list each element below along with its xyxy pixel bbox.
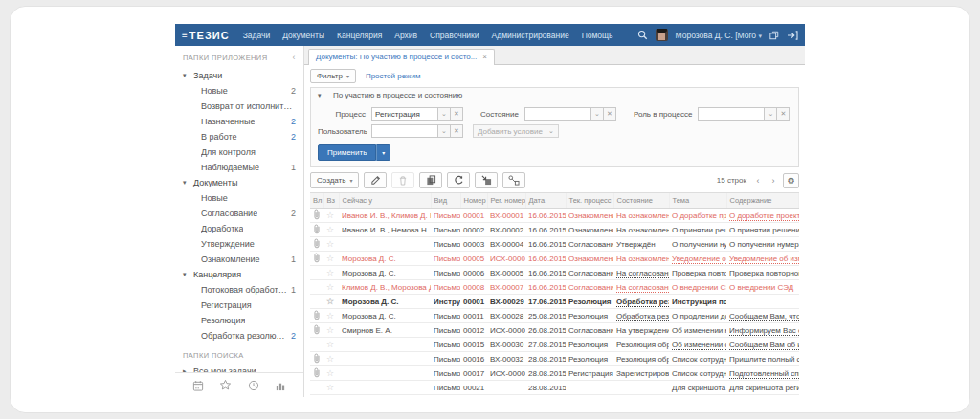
table-row[interactable]: ☆Письмо00015ВХ-0003027.08.2015РезолюцияР… <box>310 338 799 352</box>
table-row[interactable]: ☆Письмо00017ИСХ-0000528.08.2015Регистрац… <box>310 366 799 381</box>
table-row[interactable]: ☆Иванов И. В., Климов Д. В.Письмо00001ВХ… <box>310 209 799 223</box>
search-folder-item[interactable]: ▸Все мои задачи <box>175 364 303 372</box>
folder-item[interactable]: Доработка <box>175 221 303 236</box>
folder-item[interactable]: Ознакомление1 <box>175 252 303 267</box>
column-header-содержание[interactable]: Содержание <box>726 193 799 209</box>
favorite-star-icon[interactable]: ☆ <box>326 368 334 378</box>
state-dropdown-icon[interactable]: ⌄ <box>590 107 604 121</box>
folder-item[interactable]: В работе2 <box>175 129 303 144</box>
logout-icon[interactable] <box>787 31 798 40</box>
search-icon[interactable] <box>637 30 648 40</box>
column-header-рег-номер[interactable]: Рег. номер <box>487 193 525 209</box>
cell-text[interactable]: О доработке проекта по авт <box>729 211 799 220</box>
table-row[interactable]: ☆Письмо0002128.08.2015Для скриншота реги… <box>310 381 799 395</box>
prev-page-button[interactable]: ‹ <box>752 174 764 187</box>
favorite-star-icon[interactable]: ☆ <box>326 210 334 220</box>
process-dropdown-icon[interactable]: ⌄ <box>437 107 451 121</box>
simple-mode-link[interactable]: Простой режим <box>366 72 421 80</box>
next-page-button[interactable]: › <box>768 174 779 187</box>
cell-text[interactable]: Уведомление об изменении <box>729 254 799 263</box>
chart-icon[interactable] <box>275 380 286 391</box>
refresh-button[interactable] <box>447 172 470 188</box>
state-clear-icon[interactable]: ✕ <box>603 107 616 121</box>
process-input[interactable] <box>371 107 438 121</box>
create-button[interactable]: Создать ▾ <box>310 172 359 188</box>
filter-button[interactable]: Фильтр ▾ <box>310 69 356 83</box>
table-row[interactable]: ☆Письмо00016ВХ-0003228.08.2015РезолюцияР… <box>310 352 799 366</box>
user-avatar[interactable] <box>656 29 668 41</box>
column-header-вз[interactable]: Вз <box>323 193 339 209</box>
cell-text[interactable]: Сообщаем Вам, что отноше <box>729 312 799 320</box>
apply-dropdown-icon[interactable]: ▾ <box>376 144 390 161</box>
calendar-icon[interactable] <box>192 380 204 391</box>
table-row[interactable]: ☆Смирнов Е. А.Письмо00022ВХ-00005/128.08… <box>310 395 799 398</box>
column-header-дата[interactable]: Дата <box>525 193 566 209</box>
apply-button[interactable]: Применить <box>318 144 376 161</box>
column-header-тема[interactable]: Тема <box>669 193 726 209</box>
folder-item[interactable]: Новые2 <box>175 83 303 99</box>
favorite-star-icon[interactable]: ☆ <box>326 383 334 392</box>
new-window-icon[interactable] <box>769 31 779 40</box>
table-row[interactable]: ☆Климов Д. В., Морозова Д. (Письмо00008В… <box>310 280 799 295</box>
edit-button[interactable] <box>364 172 387 188</box>
role-input[interactable] <box>698 107 765 121</box>
favorite-star-icon[interactable]: ☆ <box>326 254 334 263</box>
column-header-состояние[interactable]: Состояние <box>613 193 669 209</box>
process-button[interactable] <box>502 172 525 188</box>
tab-documents-filter[interactable]: Документы: По участию в процессе и состо… <box>308 49 495 65</box>
folder-item[interactable]: Обработка резолюции2 <box>175 328 303 343</box>
favorite-star-icon[interactable]: ☆ <box>326 325 334 335</box>
cell-text[interactable]: Пришлите полный список со <box>729 355 799 364</box>
folder-group-3[interactable]: ▾Канцелярия <box>175 267 303 282</box>
table-settings-button[interactable]: ⚙ <box>783 173 799 188</box>
table-row[interactable]: ☆Морозова Д. С.Инструк00001ВХ-0002917.06… <box>310 295 799 309</box>
nav-item-6[interactable]: Администрирование <box>492 31 569 40</box>
cell-text[interactable]: Информируем Вас об измен <box>729 326 799 335</box>
column-header-номер[interactable]: Номер <box>460 193 487 209</box>
cell-text[interactable]: Уведомление об изме <box>672 254 726 263</box>
nav-item-5[interactable]: Справочники <box>430 31 479 40</box>
cell-text[interactable]: На согласовании : <box>616 269 669 277</box>
table-row[interactable]: ☆Письмо00003ВХ-0000416.06.2015Согласован… <box>310 237 799 252</box>
table-row[interactable]: ☆Морозова Д. С.Письмо00011ВХ-0002825.08.… <box>310 309 799 323</box>
column-header-вид[interactable]: Вид <box>431 193 460 209</box>
nav-item-3[interactable]: Канцелярия <box>337 31 382 40</box>
cell-text[interactable]: Сообщаем Вам об изменени <box>729 341 799 349</box>
tab-close-icon[interactable]: × <box>482 54 487 61</box>
nav-item-1[interactable]: Задачи <box>243 31 271 40</box>
add-condition-select[interactable]: Добавить условие ⌄ <box>473 124 559 138</box>
cell-text[interactable]: На согласовании · <box>616 283 669 292</box>
user-clear-icon[interactable]: ✕ <box>450 124 463 138</box>
cell-text[interactable]: Подготовленный список сотр <box>729 369 799 378</box>
role-dropdown-icon[interactable]: ⌄ <box>764 107 777 121</box>
folder-group-2[interactable]: ▾Документы <box>175 175 303 190</box>
folder-item[interactable]: Для контроля <box>175 144 303 160</box>
clock-icon[interactable] <box>248 380 259 391</box>
folder-item[interactable]: Новые <box>175 190 303 206</box>
nav-item-2[interactable]: Документы <box>282 31 324 40</box>
tezis-logo[interactable]: ≡ ТЕЗИС <box>182 30 230 41</box>
import-button[interactable] <box>475 172 498 188</box>
favorite-star-icon[interactable]: ☆ <box>326 239 334 249</box>
table-row[interactable]: ☆Морозова Д. С.Письмо00005ИСХ-0000116.06… <box>310 252 799 266</box>
sidebar-collapse-icon[interactable]: ‹ <box>293 53 296 62</box>
copy-button[interactable] <box>419 172 442 188</box>
favorite-star-icon[interactable]: ☆ <box>326 225 334 234</box>
role-clear-icon[interactable]: ✕ <box>776 107 790 121</box>
nav-item-7[interactable]: Помощь <box>582 31 613 40</box>
folder-item[interactable]: Наблюдаемые1 <box>175 160 303 175</box>
folder-item[interactable]: Утверждение <box>175 236 303 252</box>
process-clear-icon[interactable]: ✕ <box>450 107 463 121</box>
folder-item[interactable]: Возврат от исполнителя <box>175 99 303 114</box>
user-dropdown-icon[interactable]: ⌄ <box>437 124 451 138</box>
folder-item[interactable]: Резолюция <box>175 313 303 328</box>
favorite-star-icon[interactable]: ☆ <box>326 354 334 364</box>
column-header-тек-процесс[interactable]: Тек. процесс <box>566 193 613 209</box>
cell-text[interactable]: Об изменении орган: <box>672 341 726 349</box>
folder-item[interactable]: Назначенные2 <box>175 114 303 129</box>
cell-text[interactable]: Обработка резол <box>616 298 669 306</box>
user-input[interactable] <box>371 124 438 138</box>
folder-item[interactable]: Согласование2 <box>175 206 303 221</box>
folder-item[interactable]: Регистрация <box>175 298 303 313</box>
cell-text[interactable]: Обработка резолю <box>616 312 669 320</box>
